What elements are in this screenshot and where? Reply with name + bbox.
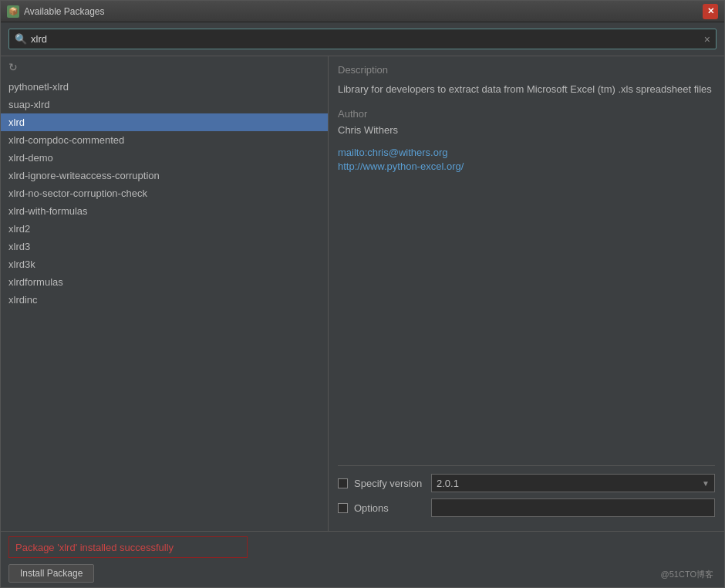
list-item[interactable]: xlrd3k (1, 255, 328, 273)
options-label: Options (354, 502, 431, 514)
description-label: Description (338, 64, 715, 76)
description-text: Library for developers to extract data f… (338, 82, 715, 97)
window-icon: 📦 (7, 5, 19, 18)
website-link[interactable]: http://www.python-excel.org/ (338, 161, 715, 172)
package-list: pythonetl-xlrd suap-xlrd xlrd xlrd-compd… (1, 78, 328, 531)
specify-version-label: Specify version (354, 478, 431, 489)
list-item[interactable]: pythonetl-xlrd (1, 78, 328, 96)
right-panel: Description Library for developers to ex… (329, 56, 724, 531)
specify-version-checkbox[interactable] (338, 478, 348, 488)
close-button[interactable]: ✕ (703, 4, 718, 19)
options-checkbox[interactable] (338, 503, 348, 513)
search-clear-button[interactable]: × (704, 33, 710, 46)
options-row: Options (338, 498, 715, 517)
available-packages-window: 📦 Available Packages ✕ 🔍 × ↻ pythonetl-x… (0, 0, 725, 588)
search-bar: 🔍 × (1, 22, 724, 56)
list-item[interactable]: xlrd-compdoc-commented (1, 131, 328, 149)
options-input[interactable] (431, 498, 715, 517)
list-item[interactable]: xlrd3 (1, 238, 328, 255)
author-label: Author (338, 108, 715, 120)
left-panel: ↻ pythonetl-xlrd suap-xlrd xlrd xlrd-com… (1, 56, 329, 531)
window-title: Available Packages (24, 6, 703, 17)
list-item[interactable]: xlrd2 (1, 220, 328, 238)
version-select[interactable]: 2.0.1 ▼ (431, 474, 715, 492)
list-item[interactable]: xlrdinc (1, 291, 328, 309)
list-item[interactable]: xlrdformulas (1, 273, 328, 291)
search-icon: 🔍 (15, 33, 27, 45)
author-name: Chris Withers (338, 124, 715, 136)
search-input[interactable] (8, 29, 717, 49)
search-input-wrapper: 🔍 × (8, 29, 717, 49)
list-item[interactable]: xlrd-demo (1, 149, 328, 167)
title-bar: 📦 Available Packages ✕ (1, 1, 724, 22)
status-message: Package 'xlrd' installed successfully (8, 536, 248, 558)
list-item[interactable]: xlrd-no-sector-corruption-check (1, 184, 328, 202)
list-item[interactable]: suap-xlrd (1, 96, 328, 113)
status-bar: Package 'xlrd' installed successfully In… (1, 531, 724, 587)
watermark: @51CTO博客 (661, 569, 713, 580)
refresh-icon[interactable]: ↻ (8, 61, 18, 73)
chevron-down-icon: ▼ (702, 479, 710, 488)
specify-version-row: Specify version 2.0.1 ▼ (338, 474, 715, 492)
bottom-options: Specify version 2.0.1 ▼ Options (338, 465, 715, 523)
list-item[interactable]: xlrd (1, 113, 328, 131)
list-item[interactable]: xlrd-with-formulas (1, 202, 328, 220)
install-package-button[interactable]: Install Package (8, 564, 94, 583)
version-value: 2.0.1 (437, 478, 459, 489)
refresh-row: ↻ (1, 56, 328, 78)
main-content: ↻ pythonetl-xlrd suap-xlrd xlrd xlrd-com… (1, 56, 724, 531)
list-item[interactable]: xlrd-ignore-writeaccess-corruption (1, 167, 328, 184)
mailto-link[interactable]: mailto:chris@withers.org (338, 147, 715, 158)
